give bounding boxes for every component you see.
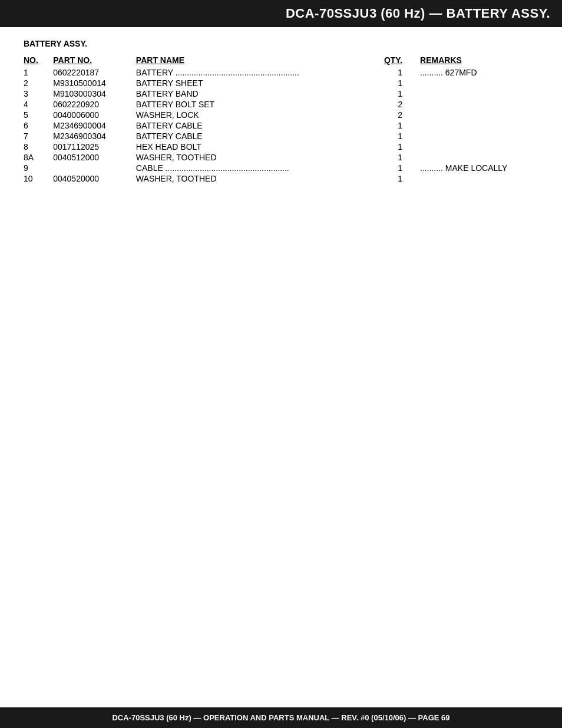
- header-bar: DCA-70SSJU3 (60 Hz) — BATTERY ASSY.: [0, 0, 562, 27]
- table-row: 7M2346900304BATTERY CABLE1: [24, 131, 538, 141]
- header-title: DCA-70SSJU3 (60 Hz) — BATTERY ASSY.: [286, 6, 550, 21]
- col-header-qty: QTY.: [373, 54, 420, 67]
- table-row: 50040006000WASHER, LOCK2: [24, 110, 538, 120]
- cell-partname: BATTERY CABLE: [136, 131, 373, 141]
- cell-remarks: [420, 99, 538, 110]
- cell-partname: CABLE ..................................…: [136, 163, 373, 173]
- cell-partname: BATTERY CABLE: [136, 120, 373, 131]
- table-row: 100040520000WASHER, TOOTHED1: [24, 173, 538, 184]
- cell-no: 2: [24, 78, 53, 88]
- cell-no: 8: [24, 141, 53, 152]
- cell-remarks: [420, 173, 538, 184]
- table-row: 10602220187BATTERY .....................…: [24, 67, 538, 78]
- cell-no: 6: [24, 120, 53, 131]
- table-row: 6M2346900004BATTERY CABLE1: [24, 120, 538, 131]
- col-header-no: NO.: [24, 54, 53, 67]
- table-row: 40602220920BATTERY BOLT SET2: [24, 99, 538, 110]
- parts-table: NO. PART NO. PART NAME QTY. REMARKS 1060…: [24, 54, 538, 184]
- cell-remarks: [420, 141, 538, 152]
- col-header-partname: PART NAME: [136, 54, 373, 67]
- cell-partno: 0602220920: [53, 99, 136, 110]
- footer-text: DCA-70SSJU3 (60 Hz) — OPERATION AND PART…: [112, 713, 449, 722]
- table-row: 2M9310500014BATTERY SHEET1: [24, 78, 538, 88]
- cell-partname: WASHER, LOCK: [136, 110, 373, 120]
- table-header-row: NO. PART NO. PART NAME QTY. REMARKS: [24, 54, 538, 67]
- footer-bar: DCA-70SSJU3 (60 Hz) — OPERATION AND PART…: [0, 707, 562, 728]
- cell-partno: [53, 163, 136, 173]
- col-header-partno: PART NO.: [53, 54, 136, 67]
- cell-qty: 1: [373, 163, 420, 173]
- col-header-remarks: REMARKS: [420, 54, 538, 67]
- table-row: 3M9103000304BATTERY BAND1: [24, 88, 538, 99]
- cell-partno: M9310500014: [53, 78, 136, 88]
- cell-qty: 1: [373, 131, 420, 141]
- cell-qty: 1: [373, 88, 420, 99]
- cell-remarks: [420, 131, 538, 141]
- cell-partno: 0040006000: [53, 110, 136, 120]
- section-title: BATTERY ASSY.: [24, 39, 538, 48]
- cell-qty: 1: [373, 67, 420, 78]
- cell-remarks: [420, 78, 538, 88]
- cell-qty: 2: [373, 99, 420, 110]
- cell-partno: 0017112025: [53, 141, 136, 152]
- cell-no: 3: [24, 88, 53, 99]
- cell-qty: 1: [373, 152, 420, 163]
- cell-partno: 0040520000: [53, 173, 136, 184]
- cell-no: 7: [24, 131, 53, 141]
- cell-partno: M9103000304: [53, 88, 136, 99]
- cell-partname: BATTERY ................................…: [136, 67, 373, 78]
- cell-remarks: [420, 88, 538, 99]
- cell-remarks: [420, 152, 538, 163]
- cell-qty: 1: [373, 120, 420, 131]
- table-row: 8A0040512000WASHER, TOOTHED1: [24, 152, 538, 163]
- cell-qty: 1: [373, 141, 420, 152]
- cell-no: 9: [24, 163, 53, 173]
- cell-no: 8A: [24, 152, 53, 163]
- cell-partname: BATTERY BAND: [136, 88, 373, 99]
- table-row: 80017112025HEX HEAD BOLT1: [24, 141, 538, 152]
- cell-no: 4: [24, 99, 53, 110]
- cell-remarks: [420, 120, 538, 131]
- cell-qty: 1: [373, 173, 420, 184]
- cell-partno: M2346900004: [53, 120, 136, 131]
- cell-qty: 1: [373, 78, 420, 88]
- cell-qty: 2: [373, 110, 420, 120]
- cell-no: 1: [24, 67, 53, 78]
- cell-partname: WASHER, TOOTHED: [136, 152, 373, 163]
- cell-remarks: .......... 627MFD: [420, 67, 538, 78]
- cell-partname: WASHER, TOOTHED: [136, 173, 373, 184]
- cell-remarks: [420, 110, 538, 120]
- cell-partno: M2346900304: [53, 131, 136, 141]
- cell-partno: 0602220187: [53, 67, 136, 78]
- cell-no: 5: [24, 110, 53, 120]
- cell-partname: BATTERY SHEET: [136, 78, 373, 88]
- cell-partname: BATTERY BOLT SET: [136, 99, 373, 110]
- table-row: 9CABLE .................................…: [24, 163, 538, 173]
- cell-no: 10: [24, 173, 53, 184]
- main-content: BATTERY ASSY. NO. PART NO. PART NAME QTY…: [0, 27, 562, 196]
- cell-partno: 0040512000: [53, 152, 136, 163]
- cell-partname: HEX HEAD BOLT: [136, 141, 373, 152]
- cell-remarks: .......... MAKE LOCALLY: [420, 163, 538, 173]
